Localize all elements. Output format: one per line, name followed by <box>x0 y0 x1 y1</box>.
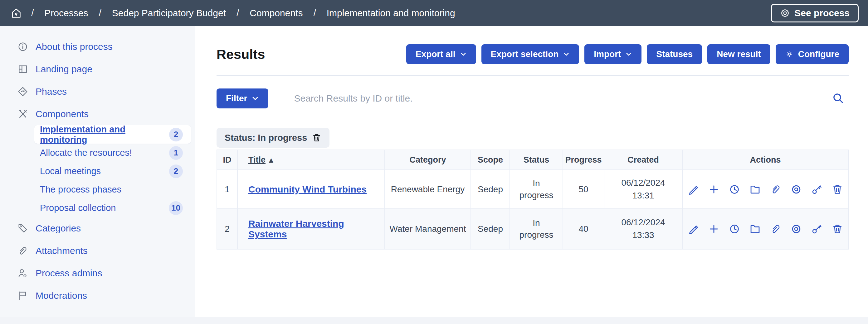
timeline-button[interactable] <box>729 184 740 195</box>
cell-category: Renewable Energy <box>385 170 471 209</box>
cell-progress: 40 <box>563 209 604 249</box>
gear-icon <box>785 50 794 59</box>
flag-icon <box>18 290 28 301</box>
header-title: Title▲ <box>238 150 385 170</box>
sidebar-subitem-process-phases[interactable]: The process phases <box>34 180 191 199</box>
header-divider <box>217 75 849 76</box>
breadcrumb-current[interactable]: Implementation and monitoring <box>327 8 455 19</box>
sort-ascending-icon: ▲ <box>268 156 275 165</box>
attachments-button[interactable] <box>770 184 781 195</box>
export-all-button[interactable]: Export all <box>406 44 476 64</box>
sidebar-item-label: Process admins <box>36 268 102 279</box>
chevron-down-icon <box>625 51 632 58</box>
eye-icon <box>790 223 802 235</box>
count-badge: 10 <box>169 201 183 215</box>
subitem-label: Allocate the resources! <box>40 148 132 158</box>
add-button[interactable] <box>708 223 719 235</box>
result-title-link[interactable]: Rainwater Harvesting Systems <box>248 218 344 239</box>
sidebar-item-label: Moderations <box>36 290 87 301</box>
cell-status: In progress <box>510 209 563 249</box>
trash-icon <box>832 184 843 195</box>
sidebar-item-label: Components <box>36 109 89 119</box>
results-table: ID Title▲ Category Scope Status Progress… <box>217 149 849 250</box>
cell-id: 1 <box>217 170 238 209</box>
cell-scope: Sedep <box>471 170 510 209</box>
breadcrumb: / Processes / Sedep Participatory Budget… <box>31 8 455 19</box>
sidebar-item-attachments[interactable]: Attachments <box>0 240 195 262</box>
table-row: 2 Rainwater Harvesting Systems Water Man… <box>217 209 848 249</box>
sidebar-item-label: Categories <box>36 223 81 233</box>
cell-created: 06/12/2024 13:33 <box>604 209 682 249</box>
eye-icon <box>780 8 790 18</box>
breadcrumb-processes[interactable]: Processes <box>44 8 88 19</box>
sidebar-item-landing-page[interactable]: Landing page <box>0 58 195 80</box>
breadcrumb-components[interactable]: Components <box>250 8 303 19</box>
preview-button[interactable] <box>790 184 802 195</box>
header-status: Status <box>510 150 563 170</box>
delete-button[interactable] <box>832 223 843 235</box>
eye-icon <box>790 184 802 195</box>
sidebar-item-label: About this process <box>36 41 113 52</box>
sidebar-item-moderations[interactable]: Moderations <box>0 284 195 307</box>
sidebar-subitem-allocate-resources[interactable]: Allocate the resources! 1 <box>34 144 191 162</box>
result-title-link[interactable]: Community Wind Turbines <box>248 184 367 194</box>
edit-button[interactable] <box>688 184 699 195</box>
header-scope: Scope <box>471 150 510 170</box>
breadcrumb-separator: / <box>313 8 316 19</box>
subitem-label: Proposal collection <box>40 203 116 213</box>
cell-category: Water Management <box>385 209 471 249</box>
breadcrumb-separator: / <box>237 8 239 19</box>
tools-icon <box>18 109 28 119</box>
search-button[interactable] <box>828 92 849 105</box>
header-created: Created <box>604 150 682 170</box>
timeline-button[interactable] <box>729 223 740 235</box>
new-result-button[interactable]: New result <box>707 44 770 64</box>
delete-button[interactable] <box>832 184 843 195</box>
statuses-button[interactable]: Statuses <box>647 44 702 64</box>
filter-button[interactable]: Filter <box>217 88 268 108</box>
folder-icon <box>749 223 761 235</box>
see-process-button[interactable]: See process <box>771 4 859 23</box>
home-icon[interactable] <box>10 7 22 19</box>
subitem-label: Local meetings <box>40 166 101 176</box>
edit-icon <box>688 223 699 235</box>
footer-strip <box>0 317 868 324</box>
sidebar-item-about[interactable]: About this process <box>0 36 195 58</box>
preview-button[interactable] <box>790 223 802 235</box>
sidebar-item-phases[interactable]: Phases <box>0 80 195 103</box>
folder-button[interactable] <box>749 223 761 235</box>
permissions-button[interactable] <box>811 184 823 195</box>
folder-button[interactable] <box>749 184 761 195</box>
add-button[interactable] <box>708 184 719 195</box>
breadcrumb-separator: / <box>31 8 34 19</box>
attachments-button[interactable] <box>770 223 781 235</box>
header-progress: Progress <box>563 150 604 170</box>
sidebar-item-process-admins[interactable]: Process admins <box>0 262 195 284</box>
sidebar: About this process Landing page Phases C… <box>0 26 195 317</box>
sidebar-subitem-local-meetings[interactable]: Local meetings 2 <box>34 162 191 180</box>
permissions-button[interactable] <box>811 223 823 235</box>
sidebar-item-categories[interactable]: Categories <box>0 217 195 240</box>
export-selection-button[interactable]: Export selection <box>482 44 579 64</box>
sidebar-subitem-implementation-monitoring[interactable]: Implementation and monitoring 2 <box>34 125 191 144</box>
breadcrumb-process-name[interactable]: Sedep Participatory Budget <box>112 8 226 19</box>
title-sort-link[interactable]: Title <box>248 155 266 165</box>
clock-icon <box>729 184 740 195</box>
sidebar-subitem-proposal-collection[interactable]: Proposal collection 10 <box>34 199 191 217</box>
sidebar-item-components[interactable]: Components <box>0 103 195 125</box>
import-button[interactable]: Import <box>584 44 642 64</box>
remove-filter-button[interactable] <box>312 133 321 142</box>
cell-actions <box>682 170 848 209</box>
tag-icon <box>18 223 28 233</box>
trash-icon <box>832 223 843 235</box>
cell-actions <box>682 209 848 249</box>
status-filter-chip: Status: In progress <box>217 128 330 148</box>
configure-button[interactable]: Configure <box>776 44 849 64</box>
folder-icon <box>749 184 761 195</box>
cell-progress: 50 <box>563 170 604 209</box>
cell-scope: Sedep <box>471 209 510 249</box>
edit-button[interactable] <box>688 223 699 235</box>
search-input[interactable] <box>294 93 828 104</box>
phases-icon <box>18 86 28 97</box>
chevron-down-icon <box>460 51 467 58</box>
